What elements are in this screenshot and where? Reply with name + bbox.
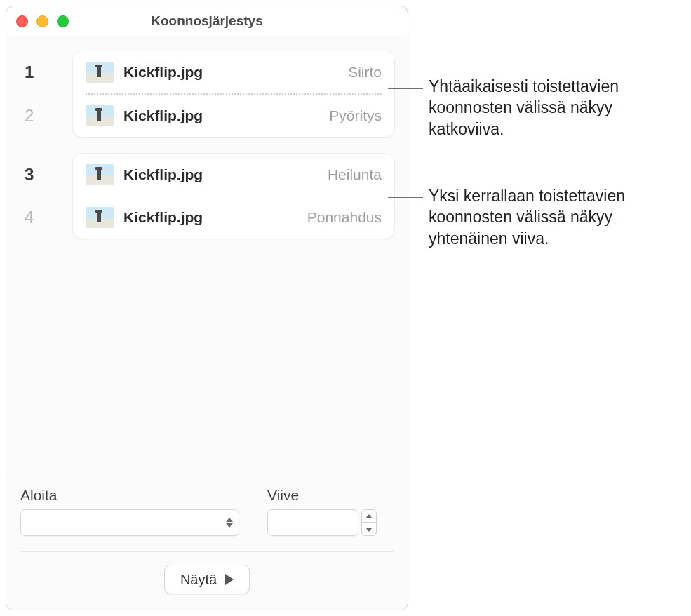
build-effect: Ponnahdus	[307, 209, 382, 226]
chevron-up-icon	[365, 514, 373, 518]
build-row[interactable]: Kickflip.jpg Pyöritys	[73, 95, 394, 137]
build-order-numbers: 3 4	[19, 153, 72, 239]
thumbnail-icon	[86, 62, 114, 83]
callout-line	[388, 88, 423, 89]
zoom-icon[interactable]	[57, 15, 69, 27]
titlebar: Koonnosjärjestys	[6, 6, 408, 36]
thumbnail-icon	[86, 207, 114, 228]
delay-input[interactable]	[267, 509, 358, 536]
build-effect: Heilunta	[328, 166, 382, 183]
build-row[interactable]: Kickflip.jpg Ponnahdus	[73, 196, 394, 239]
callout-line	[388, 197, 423, 198]
build-card: Kickflip.jpg Siirto Kickflip.jpg Pyörity…	[72, 51, 395, 138]
thumbnail-icon	[86, 105, 114, 126]
chevron-down-icon	[226, 523, 233, 528]
build-filename: Kickflip.jpg	[123, 209, 297, 226]
start-select[interactable]	[20, 509, 239, 536]
chevron-down-icon	[365, 528, 373, 532]
build-filename: Kickflip.jpg	[123, 166, 318, 183]
build-number: 2	[19, 95, 62, 137]
build-group: 1 2 Kickflip.jpg Siirto Kickflip.jpg Pyö…	[19, 51, 395, 138]
build-number: 3	[19, 154, 62, 196]
bottom-fields: Aloita Viive	[20, 487, 394, 536]
show-row: Näytä	[20, 565, 394, 594]
chevron-up-icon	[226, 518, 233, 522]
callout-solid: Yksi kerrallaan toistettavien koonnosten…	[429, 185, 681, 249]
build-group: 3 4 Kickflip.jpg Heilunta Kickflip.jpg P…	[19, 153, 395, 239]
stepper-down-button[interactable]	[361, 523, 377, 536]
build-order-numbers: 1 2	[19, 51, 72, 138]
preview-button-label: Näytä	[180, 572, 217, 588]
build-effect: Siirto	[348, 64, 382, 81]
delay-stepper	[361, 509, 377, 536]
build-filename: Kickflip.jpg	[123, 64, 338, 81]
start-field: Aloita	[20, 487, 239, 536]
window-controls	[16, 15, 69, 27]
stepper-up-button[interactable]	[361, 509, 377, 523]
build-effect: Pyöritys	[329, 107, 382, 124]
build-list: 1 2 Kickflip.jpg Siirto Kickflip.jpg Pyö…	[6, 36, 408, 474]
minimize-icon[interactable]	[36, 15, 48, 27]
build-order-window: Koonnosjärjestys 1 2 Kickflip.jpg Siirto…	[6, 6, 408, 610]
play-icon	[225, 574, 234, 585]
bottom-panel: Aloita Viive	[6, 474, 408, 610]
callout-dotted: Yhtäaikaisesti toistettavien koonnosten …	[429, 76, 681, 140]
delay-field: Viive	[267, 487, 377, 536]
build-row[interactable]: Kickflip.jpg Heilunta	[73, 154, 394, 196]
build-row[interactable]: Kickflip.jpg Siirto	[73, 51, 394, 93]
start-label: Aloita	[20, 487, 239, 504]
build-number: 1	[19, 51, 62, 93]
build-card: Kickflip.jpg Heilunta Kickflip.jpg Ponna…	[72, 153, 395, 239]
thumbnail-icon	[86, 164, 114, 185]
preview-button[interactable]: Näytä	[164, 565, 250, 594]
build-filename: Kickflip.jpg	[123, 107, 319, 124]
separator	[20, 551, 394, 552]
close-icon[interactable]	[16, 15, 28, 27]
delay-label: Viive	[267, 487, 377, 504]
build-number: 4	[19, 196, 62, 239]
